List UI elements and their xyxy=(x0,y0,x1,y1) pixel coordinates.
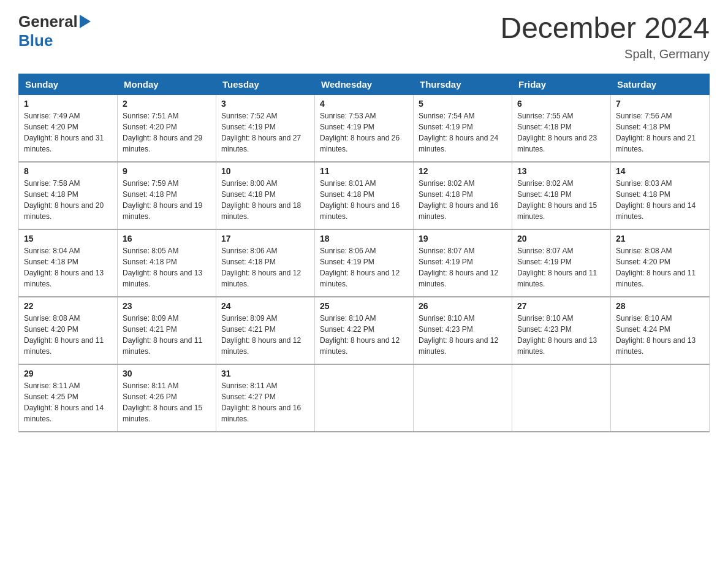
day-number: 21 xyxy=(616,234,704,243)
day-info: Sunrise: 7:52 AMSunset: 4:19 PMDaylight:… xyxy=(221,112,301,153)
calendar-cell: 19 Sunrise: 8:07 AMSunset: 4:19 PMDaylig… xyxy=(414,229,512,297)
day-number: 11 xyxy=(320,166,408,176)
day-info: Sunrise: 8:04 AMSunset: 4:18 PMDaylight:… xyxy=(24,247,104,288)
day-info: Sunrise: 7:55 AMSunset: 4:18 PMDaylight:… xyxy=(517,112,597,153)
day-number: 24 xyxy=(221,301,309,311)
day-number: 25 xyxy=(320,301,408,311)
logo-general-text: General xyxy=(18,12,78,31)
day-number: 2 xyxy=(123,99,211,109)
column-header-sunday: Sunday xyxy=(19,74,118,94)
day-number: 22 xyxy=(24,301,112,311)
day-info: Sunrise: 8:03 AMSunset: 4:18 PMDaylight:… xyxy=(616,179,696,221)
page-header: General Blue December 2024 Spalt, German… xyxy=(18,12,710,61)
day-number: 23 xyxy=(123,301,211,311)
day-info: Sunrise: 8:01 AMSunset: 4:18 PMDaylight:… xyxy=(320,179,400,221)
column-header-saturday: Saturday xyxy=(611,74,710,94)
calendar-header-row: SundayMondayTuesdayWednesdayThursdayFrid… xyxy=(19,74,710,94)
calendar-cell: 20 Sunrise: 8:07 AMSunset: 4:19 PMDaylig… xyxy=(512,229,611,297)
calendar-cell: 16 Sunrise: 8:05 AMSunset: 4:18 PMDaylig… xyxy=(118,229,216,297)
day-info: Sunrise: 7:56 AMSunset: 4:18 PMDaylight:… xyxy=(616,112,696,153)
day-number: 4 xyxy=(320,99,408,109)
day-number: 18 xyxy=(320,234,408,243)
day-info: Sunrise: 7:54 AMSunset: 4:19 PMDaylight:… xyxy=(419,112,498,153)
day-info: Sunrise: 7:59 AMSunset: 4:18 PMDaylight:… xyxy=(123,179,202,221)
day-info: Sunrise: 8:02 AMSunset: 4:18 PMDaylight:… xyxy=(517,179,597,221)
day-number: 8 xyxy=(24,166,112,176)
calendar-week-row: 29 Sunrise: 8:11 AMSunset: 4:25 PMDaylig… xyxy=(19,364,710,432)
calendar-cell: 21 Sunrise: 8:08 AMSunset: 4:20 PMDaylig… xyxy=(611,229,710,297)
calendar-cell: 24 Sunrise: 8:09 AMSunset: 4:21 PMDaylig… xyxy=(216,297,315,364)
day-number: 26 xyxy=(419,301,507,311)
day-number: 7 xyxy=(616,99,704,109)
day-info: Sunrise: 8:07 AMSunset: 4:19 PMDaylight:… xyxy=(517,247,597,288)
calendar-cell: 7 Sunrise: 7:56 AMSunset: 4:18 PMDayligh… xyxy=(611,94,710,162)
day-info: Sunrise: 8:06 AMSunset: 4:18 PMDaylight:… xyxy=(221,247,301,288)
calendar-cell: 31 Sunrise: 8:11 AMSunset: 4:27 PMDaylig… xyxy=(216,364,315,432)
calendar-cell: 6 Sunrise: 7:55 AMSunset: 4:18 PMDayligh… xyxy=(512,94,611,162)
calendar-cell: 28 Sunrise: 8:10 AMSunset: 4:24 PMDaylig… xyxy=(611,297,710,364)
calendar-cell: 8 Sunrise: 7:58 AMSunset: 4:18 PMDayligh… xyxy=(19,162,118,229)
calendar-cell: 12 Sunrise: 8:02 AMSunset: 4:18 PMDaylig… xyxy=(414,162,512,229)
calendar-cell: 9 Sunrise: 7:59 AMSunset: 4:18 PMDayligh… xyxy=(118,162,216,229)
day-info: Sunrise: 7:49 AMSunset: 4:20 PMDaylight:… xyxy=(24,112,104,153)
svg-marker-0 xyxy=(80,15,91,28)
logo: General Blue xyxy=(18,12,91,50)
day-number: 13 xyxy=(517,166,605,176)
day-number: 1 xyxy=(24,99,112,109)
calendar-cell: 27 Sunrise: 8:10 AMSunset: 4:23 PMDaylig… xyxy=(512,297,611,364)
day-info: Sunrise: 8:08 AMSunset: 4:20 PMDaylight:… xyxy=(616,247,696,288)
day-number: 16 xyxy=(123,234,211,243)
logo-arrow-icon xyxy=(80,15,91,29)
calendar-cell xyxy=(512,364,611,432)
day-number: 10 xyxy=(221,166,309,176)
day-info: Sunrise: 8:07 AMSunset: 4:19 PMDaylight:… xyxy=(419,247,498,288)
column-header-friday: Friday xyxy=(512,74,611,94)
calendar-cell xyxy=(315,364,414,432)
day-info: Sunrise: 8:10 AMSunset: 4:23 PMDaylight:… xyxy=(419,314,498,356)
calendar-cell: 4 Sunrise: 7:53 AMSunset: 4:19 PMDayligh… xyxy=(315,94,414,162)
calendar-cell: 15 Sunrise: 8:04 AMSunset: 4:18 PMDaylig… xyxy=(19,229,118,297)
day-number: 31 xyxy=(221,369,309,378)
calendar-cell: 29 Sunrise: 8:11 AMSunset: 4:25 PMDaylig… xyxy=(19,364,118,432)
calendar-cell: 11 Sunrise: 8:01 AMSunset: 4:18 PMDaylig… xyxy=(315,162,414,229)
title-block: December 2024 Spalt, Germany xyxy=(500,12,710,61)
day-number: 15 xyxy=(24,234,112,243)
day-number: 9 xyxy=(123,166,211,176)
day-info: Sunrise: 8:05 AMSunset: 4:18 PMDaylight:… xyxy=(123,247,202,288)
calendar-table: SundayMondayTuesdayWednesdayThursdayFrid… xyxy=(18,74,710,433)
calendar-cell: 5 Sunrise: 7:54 AMSunset: 4:19 PMDayligh… xyxy=(414,94,512,162)
day-number: 17 xyxy=(221,234,309,243)
day-info: Sunrise: 7:51 AMSunset: 4:20 PMDaylight:… xyxy=(123,112,202,153)
logo-blue-text: Blue xyxy=(18,31,53,50)
day-info: Sunrise: 7:53 AMSunset: 4:19 PMDaylight:… xyxy=(320,112,400,153)
day-number: 19 xyxy=(419,234,507,243)
day-info: Sunrise: 8:10 AMSunset: 4:24 PMDaylight:… xyxy=(616,314,696,356)
location-text: Spalt, Germany xyxy=(500,47,710,61)
day-info: Sunrise: 8:06 AMSunset: 4:19 PMDaylight:… xyxy=(320,247,400,288)
day-number: 3 xyxy=(221,99,309,109)
column-header-tuesday: Tuesday xyxy=(216,74,315,94)
calendar-week-row: 8 Sunrise: 7:58 AMSunset: 4:18 PMDayligh… xyxy=(19,162,710,229)
calendar-cell: 2 Sunrise: 7:51 AMSunset: 4:20 PMDayligh… xyxy=(118,94,216,162)
calendar-cell: 30 Sunrise: 8:11 AMSunset: 4:26 PMDaylig… xyxy=(118,364,216,432)
calendar-week-row: 22 Sunrise: 8:08 AMSunset: 4:20 PMDaylig… xyxy=(19,297,710,364)
day-number: 28 xyxy=(616,301,704,311)
day-number: 14 xyxy=(616,166,704,176)
day-info: Sunrise: 8:08 AMSunset: 4:20 PMDaylight:… xyxy=(24,314,104,356)
calendar-cell: 17 Sunrise: 8:06 AMSunset: 4:18 PMDaylig… xyxy=(216,229,315,297)
day-info: Sunrise: 8:02 AMSunset: 4:18 PMDaylight:… xyxy=(419,179,498,221)
calendar-cell: 1 Sunrise: 7:49 AMSunset: 4:20 PMDayligh… xyxy=(19,94,118,162)
calendar-cell: 18 Sunrise: 8:06 AMSunset: 4:19 PMDaylig… xyxy=(315,229,414,297)
calendar-cell: 22 Sunrise: 8:08 AMSunset: 4:20 PMDaylig… xyxy=(19,297,118,364)
day-info: Sunrise: 8:09 AMSunset: 4:21 PMDaylight:… xyxy=(123,314,202,356)
day-number: 20 xyxy=(517,234,605,243)
day-number: 5 xyxy=(419,99,507,109)
day-info: Sunrise: 8:00 AMSunset: 4:18 PMDaylight:… xyxy=(221,179,301,221)
calendar-cell xyxy=(611,364,710,432)
calendar-cell: 13 Sunrise: 8:02 AMSunset: 4:18 PMDaylig… xyxy=(512,162,611,229)
day-info: Sunrise: 8:11 AMSunset: 4:27 PMDaylight:… xyxy=(221,381,301,423)
day-info: Sunrise: 7:58 AMSunset: 4:18 PMDaylight:… xyxy=(24,179,104,221)
day-info: Sunrise: 8:11 AMSunset: 4:25 PMDaylight:… xyxy=(24,381,104,423)
column-header-monday: Monday xyxy=(118,74,216,94)
column-header-thursday: Thursday xyxy=(414,74,512,94)
